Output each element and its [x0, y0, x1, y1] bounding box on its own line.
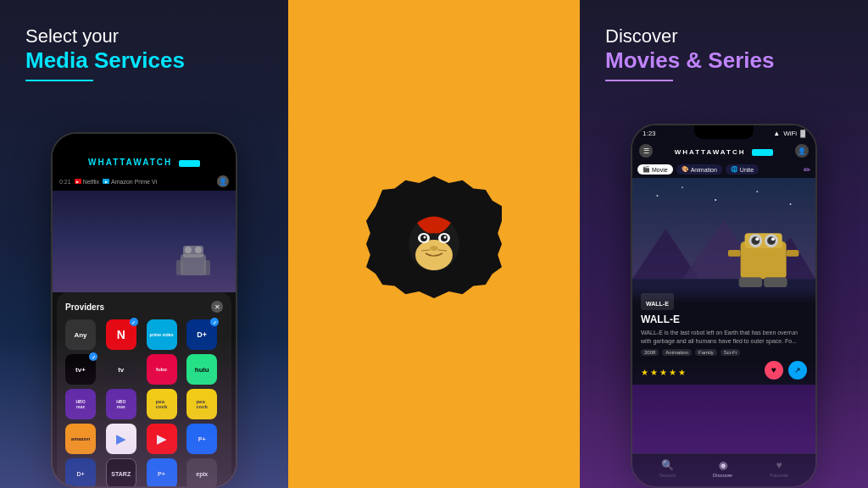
notch-right: [694, 125, 754, 139]
svg-point-2: [185, 247, 192, 253]
provider-google[interactable]: ▶: [106, 424, 136, 454]
provider-youtube[interactable]: ▶: [147, 424, 177, 454]
left-panel: Select your Media Services WHATTAWATCH P…: [0, 0, 288, 488]
provider-paramount2[interactable]: P+: [147, 458, 177, 488]
provider-appletv[interactable]: tv: [106, 354, 136, 385]
check-icon-disney: ✓: [210, 318, 219, 326]
svg-point-15: [424, 236, 426, 239]
signal-icon: ▲: [773, 130, 780, 137]
app-header-left: WHATTAWATCH PRO: [53, 134, 236, 172]
svg-point-10: [415, 240, 453, 270]
action-buttons: ♥ ↗: [765, 361, 807, 380]
favorite-nav-icon: ♥: [776, 459, 782, 471]
provider-netflix[interactable]: N ✓: [106, 319, 136, 350]
provider-starz[interactable]: STARZ: [106, 458, 136, 488]
right-panel-title: Discover Movies & Series: [605, 25, 843, 81]
robot-svg: [168, 225, 219, 292]
svg-point-24: [756, 191, 758, 192]
search-nav-label: Search: [659, 473, 676, 478]
family-tag: Family: [695, 349, 717, 356]
movie-hero: WALL-E WALL-E WALL-E is the last robot l…: [632, 178, 815, 453]
provider-hulu[interactable]: hulu: [186, 354, 217, 385]
netflix-dot: ▶: [75, 179, 81, 184]
wall-e-badge-text: WALL-E: [646, 301, 669, 307]
svg-point-17: [430, 246, 438, 251]
svg-point-23: [715, 199, 716, 201]
scifi-tag: Sci-Fi: [721, 349, 740, 356]
star-3: ★: [659, 368, 667, 377]
bottom-navigation: 🔍 Search ◉ Discover ♥ Favorite: [632, 453, 815, 486]
badge-shape: [366, 176, 502, 312]
movie-tab-label: Movie: [652, 167, 668, 173]
provider-hbomax2[interactable]: HBOmax: [106, 389, 136, 419]
year-tag: 2008: [641, 349, 659, 356]
provider-fubotv[interactable]: fubo: [147, 354, 177, 385]
share-button[interactable]: ↗: [788, 361, 807, 380]
time-right: 1:23: [643, 130, 656, 137]
menu-icon[interactable]: ☰: [639, 144, 653, 158]
nav-search[interactable]: 🔍 Search: [659, 459, 676, 478]
tab-united[interactable]: 🌐 Unite: [726, 164, 759, 175]
customize-icon[interactable]: ✏: [804, 164, 810, 175]
app-logo-badge: [366, 176, 502, 312]
svg-rect-5: [203, 260, 210, 275]
animation-tab-label: Animation: [691, 167, 717, 173]
provider-amazon[interactable]: amazon: [65, 424, 96, 454]
heart-button[interactable]: ♥: [765, 361, 783, 380]
star-5: ★: [678, 368, 686, 377]
prime-dot: ▶: [103, 179, 109, 184]
app-container: Select your Media Services WHATTAWATCH P…: [0, 0, 868, 488]
nav-favorite[interactable]: ♥ Favorite: [770, 459, 788, 478]
svg-point-37: [771, 237, 775, 241]
right-panel: Discover Movies & Series 1:23 ▲ WiFi ▓ ☰: [580, 0, 868, 488]
svg-point-21: [656, 195, 658, 197]
pro-badge-right: PRO: [752, 149, 773, 156]
phone-right-inner: 1:23 ▲ WiFi ▓ ☰ WHATTAWATCH PRO 👤: [632, 125, 815, 486]
nav-discover[interactable]: ◉ Discover: [713, 459, 732, 478]
provider-disney-right[interactable]: D+: [65, 458, 96, 488]
wall-e-badge: WALL-E: [641, 293, 674, 310]
svg-marker-7: [396, 202, 417, 216]
provider-peacock2[interactable]: peacock: [186, 389, 217, 419]
battery-icon: ▓: [800, 130, 805, 137]
star-rating: ★ ★ ★ ★ ★: [641, 368, 686, 377]
tab-animation[interactable]: 🎨 Animation: [676, 164, 722, 175]
provider-appletv-plus[interactable]: tv+ ✓: [65, 354, 96, 385]
animation-tab-icon: 🎨: [682, 166, 689, 173]
providers-panel: Providers ✕ Any N ✓ prime video D+ ✓: [57, 292, 231, 488]
providers-label: Providers: [65, 302, 104, 312]
favorite-nav-label: Favorite: [770, 473, 788, 478]
svg-point-35: [767, 236, 776, 245]
phone-right-mockup: 1:23 ▲ WiFi ▓ ☰ WHATTAWATCH PRO 👤: [631, 124, 817, 488]
svg-point-22: [682, 186, 683, 188]
phone-left-content: WHATTAWATCH PRO 0:21 ▶ Netflix ▶ Amazon …: [53, 134, 236, 486]
left-title: Media Services: [25, 47, 263, 74]
right-title: Movies & Series: [605, 47, 843, 74]
provider-prime[interactable]: prime video: [147, 319, 177, 350]
provider-peacock[interactable]: peacock: [147, 389, 177, 419]
svg-point-34: [751, 236, 760, 245]
status-icons-right: ▲ WiFi ▓: [773, 130, 805, 137]
movie-title: WALL-E: [641, 313, 807, 325]
svg-point-3: [195, 247, 202, 253]
close-providers-button[interactable]: ✕: [211, 301, 223, 313]
tab-movie[interactable]: 🎬 Movie: [637, 164, 673, 175]
movie-info-section: WALL-E: [632, 288, 815, 313]
svg-rect-41: [764, 277, 787, 287]
customize-pencil: ✏: [804, 165, 810, 175]
svg-rect-40: [739, 277, 762, 287]
genre-tag: Animation: [662, 349, 692, 356]
svg-point-16: [444, 236, 447, 239]
prime-label: Amazon Prime Vi: [111, 179, 157, 185]
profile-icon-right[interactable]: 👤: [795, 144, 809, 158]
right-title-underline: [605, 80, 673, 81]
provider-any[interactable]: Any: [65, 319, 96, 350]
provider-paramount[interactable]: P+: [186, 424, 217, 454]
provider-disney[interactable]: D+ ✓: [186, 319, 217, 350]
rating-actions-row: ★ ★ ★ ★ ★ ♥ ↗: [641, 361, 807, 380]
svg-rect-4: [176, 260, 183, 275]
unite-tab-label: Unite: [740, 167, 754, 173]
provider-epix[interactable]: epix: [186, 458, 217, 488]
provider-hbomax[interactable]: HBOmax: [65, 389, 96, 419]
movie-description: WALL-E is the last robot left on Earth t…: [641, 329, 807, 346]
